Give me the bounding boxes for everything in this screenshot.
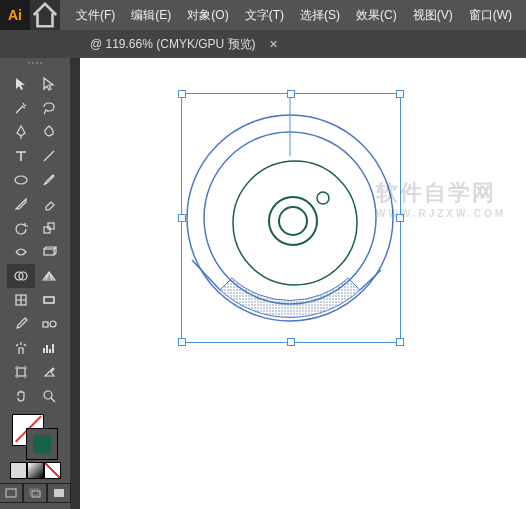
column-graph-tool[interactable] xyxy=(35,336,63,360)
svg-rect-8 xyxy=(43,322,48,327)
svg-rect-15 xyxy=(54,489,64,497)
stroke-swatch[interactable] xyxy=(26,428,58,460)
tab-close-icon[interactable]: × xyxy=(270,36,278,52)
blend-tool[interactable] xyxy=(35,312,63,336)
menu-window[interactable]: 窗口(W) xyxy=(461,0,520,30)
menu-object[interactable]: 对象(O) xyxy=(179,0,236,30)
svg-rect-13 xyxy=(32,491,40,497)
handle-top-right[interactable] xyxy=(396,90,404,98)
mesh-tool[interactable] xyxy=(7,288,35,312)
draw-screen-modes xyxy=(0,483,71,503)
menu-edit[interactable]: 编辑(E) xyxy=(123,0,179,30)
workspace: 软件自学网 WWW.RJZXW.COM xyxy=(0,58,526,509)
artboard: 软件自学网 WWW.RJZXW.COM xyxy=(80,58,526,509)
main-menu: 文件(F) 编辑(E) 对象(O) 文字(T) 选择(S) 效果(C) 视图(V… xyxy=(60,0,526,30)
color-solid-icon[interactable] xyxy=(10,462,27,479)
panel-grip[interactable] xyxy=(20,62,50,70)
canvas[interactable]: 软件自学网 WWW.RJZXW.COM xyxy=(80,58,526,509)
svg-point-11 xyxy=(44,391,52,399)
hand-tool[interactable] xyxy=(7,384,35,408)
svg-rect-3 xyxy=(44,249,54,255)
document-tab[interactable]: @ 119.66% (CMYK/GPU 预览) × xyxy=(80,30,288,58)
svg-point-0 xyxy=(15,176,27,184)
gradient-tool[interactable] xyxy=(35,288,63,312)
svg-rect-7 xyxy=(44,297,54,303)
width-tool[interactable] xyxy=(7,240,35,264)
svg-rect-12 xyxy=(6,489,16,497)
app-logo: Ai xyxy=(0,0,30,30)
free-transform-tool[interactable] xyxy=(35,240,63,264)
eyedropper-tool[interactable] xyxy=(7,312,35,336)
direct-selection-tool[interactable] xyxy=(35,72,63,96)
handle-bottom[interactable] xyxy=(287,338,295,346)
rectangle-tool[interactable] xyxy=(7,168,35,192)
perspective-grid-tool[interactable] xyxy=(35,264,63,288)
handle-bottom-right[interactable] xyxy=(396,338,404,346)
handle-right[interactable] xyxy=(396,214,404,222)
screen-mode[interactable] xyxy=(47,483,71,503)
symbol-sprayer-tool[interactable] xyxy=(7,336,35,360)
handle-top-left[interactable] xyxy=(178,90,186,98)
selection-tool[interactable] xyxy=(7,72,35,96)
document-tabs: @ 119.66% (CMYK/GPU 预览) × xyxy=(0,30,526,58)
home-icon[interactable] xyxy=(30,0,60,30)
menu-type[interactable]: 文字(T) xyxy=(237,0,292,30)
svg-rect-1 xyxy=(44,227,50,233)
type-tool[interactable] xyxy=(7,144,35,168)
tools-panel xyxy=(0,58,70,509)
lasso-tool[interactable] xyxy=(35,96,63,120)
svg-rect-14 xyxy=(30,489,38,495)
slice-tool[interactable] xyxy=(35,360,63,384)
magic-wand-tool[interactable] xyxy=(7,96,35,120)
shape-builder-tool[interactable] xyxy=(7,264,35,288)
paintbrush-tool[interactable] xyxy=(35,168,63,192)
handle-bottom-left[interactable] xyxy=(178,338,186,346)
line-segment-tool[interactable] xyxy=(35,144,63,168)
svg-point-9 xyxy=(50,321,56,327)
svg-rect-2 xyxy=(48,223,54,229)
rotate-tool[interactable] xyxy=(7,216,35,240)
eraser-tool[interactable] xyxy=(35,192,63,216)
pen-tool[interactable] xyxy=(7,120,35,144)
menu-file[interactable]: 文件(F) xyxy=(68,0,123,30)
curvature-pen-tool[interactable] xyxy=(35,120,63,144)
menu-view[interactable]: 视图(V) xyxy=(405,0,461,30)
draw-mode-behind[interactable] xyxy=(23,483,47,503)
shaper-tool[interactable] xyxy=(7,192,35,216)
svg-rect-10 xyxy=(17,368,25,376)
artboard-tool[interactable] xyxy=(7,360,35,384)
zoom-tool[interactable] xyxy=(35,384,63,408)
scale-tool[interactable] xyxy=(35,216,63,240)
fill-stroke-swatch[interactable] xyxy=(12,414,58,460)
color-gradient-icon[interactable] xyxy=(27,462,44,479)
menu-select[interactable]: 选择(S) xyxy=(292,0,348,30)
tab-title: @ 119.66% (CMYK/GPU 预览) xyxy=(90,36,256,53)
color-mode-row xyxy=(10,462,61,479)
selection-bounds[interactable] xyxy=(181,93,401,343)
draw-mode-normal[interactable] xyxy=(0,483,23,503)
app-titlebar: Ai 文件(F) 编辑(E) 对象(O) 文字(T) 选择(S) 效果(C) 视… xyxy=(0,0,526,30)
color-none-icon[interactable] xyxy=(44,462,61,479)
menu-effect[interactable]: 效果(C) xyxy=(348,0,405,30)
handle-top[interactable] xyxy=(287,90,295,98)
handle-left[interactable] xyxy=(178,214,186,222)
